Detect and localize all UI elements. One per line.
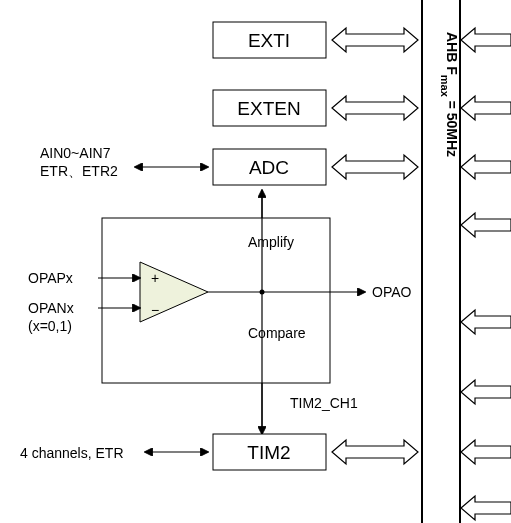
tim2-ch-label: TIM2_CH1 <box>290 395 358 411</box>
tim2-label: TIM2 <box>247 442 290 463</box>
adc-label: ADC <box>249 157 289 178</box>
opamp-minus: − <box>151 302 159 318</box>
exten-label: EXTEN <box>237 98 300 119</box>
op-node-dot <box>260 290 265 295</box>
bus-label-group: AHB Fmax = 50MHz <box>439 32 460 157</box>
opao-label: OPAO <box>372 284 412 300</box>
svg-text:AHB  Fmax = 50MHz: AHB Fmax = 50MHz <box>439 32 460 157</box>
bus-label-sub: max <box>439 75 451 98</box>
adc-pins-line1: AIN0~AIN7 <box>40 145 111 161</box>
opanx-label: OPANx <box>28 300 74 316</box>
bus-label-eq: = 50MHz <box>444 97 460 157</box>
block-diagram: AHB Fmax = 50MHz EXTI EXTEN ADC AIN0~AIN… <box>0 0 511 523</box>
opamp-plus: + <box>151 270 159 286</box>
opanx-note: (x=0,1) <box>28 318 72 334</box>
exti-bus-arrow <box>332 28 418 52</box>
ext-arrow-7 <box>461 440 511 464</box>
exten-bus-arrow <box>332 96 418 120</box>
ext-arrow-2 <box>461 96 511 120</box>
tim2-bus-arrow <box>332 440 418 464</box>
adc-pins-line2: ETR、ETR2 <box>40 163 118 179</box>
adc-bus-arrow <box>332 155 418 179</box>
opamp-block <box>102 218 330 383</box>
amplify-label: Amplify <box>248 234 294 250</box>
opapx-label: OPAPx <box>28 270 73 286</box>
ext-arrow-8 <box>461 496 511 520</box>
compare-label: Compare <box>248 325 306 341</box>
ext-arrow-4 <box>461 213 511 237</box>
tim2-pins-label: 4 channels, ETR <box>20 445 124 461</box>
ext-arrow-1 <box>461 28 511 52</box>
bus-label-main: AHB F <box>444 32 460 75</box>
ext-arrow-6 <box>461 380 511 404</box>
exti-label: EXTI <box>248 30 290 51</box>
ext-arrow-5 <box>461 310 511 334</box>
ext-arrow-3 <box>461 155 511 179</box>
